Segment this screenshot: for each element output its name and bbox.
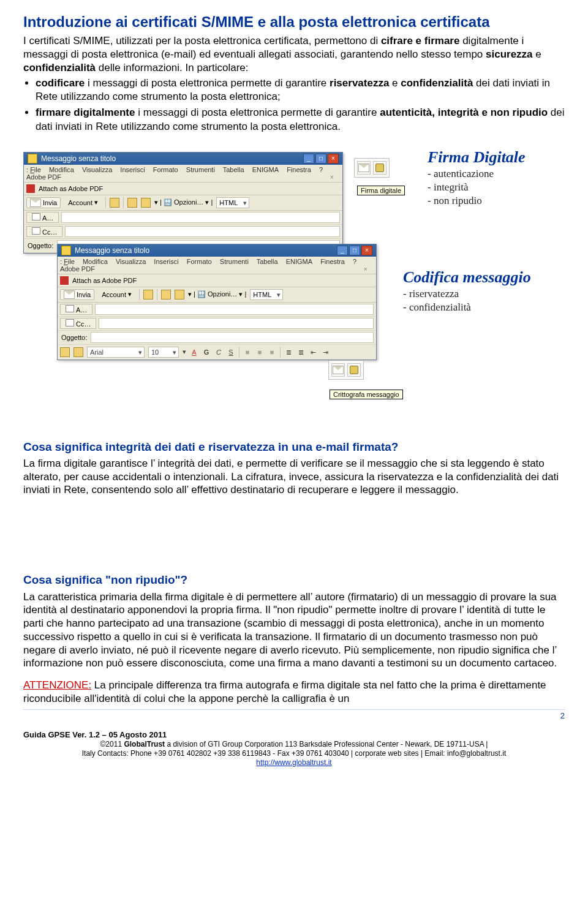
toolbar-pdf: Attach as Adobe PDF [58, 274, 376, 287]
cc-input[interactable] [99, 318, 374, 329]
b2-bold: firmare digitalmente [36, 107, 135, 118]
font-color-icon[interactable]: A [190, 348, 198, 356]
fontsize-dropdown[interactable]: 10 [148, 347, 179, 358]
invia-button[interactable]: Invia [60, 289, 94, 300]
account-label: Account [68, 199, 92, 206]
page-number: 2 [23, 709, 565, 720]
to-input[interactable] [61, 212, 340, 223]
menu-file[interactable]: : File [60, 258, 75, 265]
cc-button[interactable]: Cc… [26, 226, 62, 237]
b1-text: i messaggi di posta elettronica permette… [85, 77, 330, 89]
italic-icon[interactable]: C [214, 348, 223, 356]
menu-modifica[interactable]: Modifica [83, 258, 108, 265]
menu-file[interactable]: : File [26, 166, 41, 173]
menu-inserisci[interactable]: Inserisci [154, 258, 178, 265]
attach-pdf-button[interactable]: Attach as Adobe PDF [72, 277, 137, 284]
menu-visualizza[interactable]: Visualizza [82, 166, 112, 173]
toolbar-pdf: Attach as Adobe PDF [24, 183, 342, 195]
attach-pdf-button[interactable]: Attach as Adobe PDF [39, 185, 103, 192]
cc-button[interactable]: Cc… [60, 318, 96, 329]
encrypt-icon[interactable] [347, 363, 361, 377]
menu-tabella[interactable]: Tabella [257, 258, 278, 265]
window-buttons: _□× [336, 246, 372, 255]
pdf-icon [60, 276, 69, 285]
menu-help[interactable]: ? [353, 258, 356, 265]
menu-adobe[interactable]: Adobe PDF [26, 173, 61, 181]
to-button[interactable]: A… [26, 212, 59, 223]
list-icon[interactable]: ≣ [284, 348, 293, 356]
toolbar-icon[interactable] [110, 198, 119, 208]
sign-icon[interactable] [357, 161, 371, 175]
close-button[interactable]: × [361, 246, 372, 255]
account-button[interactable]: Account ▾ [98, 289, 135, 300]
format-dropdown[interactable]: HTML [250, 289, 283, 300]
toolbar-icon[interactable] [175, 290, 184, 300]
toolbar-icon[interactable] [127, 198, 137, 208]
menu-formato[interactable]: Formato [187, 258, 212, 265]
toolbar-icon[interactable] [141, 198, 151, 208]
menu-strumenti[interactable]: Strumenti [220, 258, 249, 265]
format-toolbar: Arial 10 ▾ A G C S ≡ ≡ ≡ ≣ ≣ ⇤ ⇥ [58, 345, 376, 360]
mail-window-1: Messaggio senza titolo _□× : File Modifi… [23, 152, 343, 254]
tooltip-crittografa: Crittografa messaggio [330, 390, 403, 399]
cc-row: Cc… [58, 317, 376, 331]
toolbar-icon[interactable] [161, 290, 171, 300]
account-label: Account [102, 291, 126, 298]
subject-input[interactable] [91, 332, 374, 343]
toolbar-icon[interactable] [74, 347, 83, 357]
menu-help[interactable]: ? [319, 166, 323, 173]
invia-button[interactable]: Invia [26, 197, 61, 208]
account-button[interactable]: Account ▾ [64, 197, 102, 208]
encrypt-icon[interactable] [373, 161, 386, 175]
menu-strumenti[interactable]: Strumenti [186, 166, 215, 173]
titlebar: Messaggio senza titolo _□× [58, 244, 376, 257]
list-icon[interactable]: ≣ [296, 348, 305, 356]
underline-icon[interactable]: S [227, 348, 235, 356]
align-icon[interactable]: ≡ [268, 348, 276, 356]
indent-icon[interactable]: ⇥ [321, 348, 330, 356]
subject-label: Oggetto: [60, 333, 88, 342]
menu-enigma[interactable]: ENIGMA [252, 166, 279, 173]
menu-visualizza[interactable]: Visualizza [116, 258, 146, 265]
maximize-button[interactable]: □ [315, 154, 326, 164]
font-dropdown[interactable]: Arial [87, 347, 145, 358]
menu-close-icon[interactable]: × [330, 173, 334, 181]
to-input[interactable] [95, 304, 374, 315]
menu-modifica[interactable]: Modifica [49, 166, 74, 173]
menu-tabella[interactable]: Tabella [223, 166, 244, 173]
figure-label-2: Codifica messaggio - riservatezza - conf… [403, 268, 531, 314]
bold-icon[interactable]: G [202, 348, 211, 356]
sign-icon[interactable] [331, 363, 345, 377]
to-button[interactable]: A… [60, 304, 92, 315]
attention-label: ATTENZIONE: [23, 679, 91, 691]
format-dropdown[interactable]: HTML [216, 197, 249, 208]
menubar: : File Modifica Visualizza Inserisci For… [24, 165, 342, 183]
menu-close-icon[interactable]: × [364, 265, 368, 273]
menu-finestra[interactable]: Finestra [320, 258, 345, 265]
footer: Guida GPSE Ver. 1.2 – 05 Agosto 2011 ©20… [0, 726, 588, 776]
subject-label: Oggetto: [26, 241, 55, 250]
menu-adobe[interactable]: Adobe PDF [60, 265, 95, 273]
window-buttons: _□× [302, 154, 339, 164]
mail-icon [61, 246, 71, 255]
toolbar-icon[interactable] [60, 347, 70, 357]
align-icon[interactable]: ≡ [243, 348, 252, 356]
b2-text: i messaggi di posta elettronica permette… [135, 107, 380, 118]
toolbar-icon[interactable] [143, 290, 153, 300]
menu-finestra[interactable]: Finestra [287, 166, 311, 173]
opzioni-button[interactable]: Opzioni… [174, 198, 203, 206]
indent-icon[interactable]: ⇤ [309, 348, 317, 356]
minimize-button[interactable]: _ [303, 154, 314, 164]
minimize-button[interactable]: _ [337, 246, 348, 255]
menu-inserisci[interactable]: Inserisci [120, 166, 145, 173]
intro-paragraph: I certificati S/MIME, utilizzati per la … [23, 34, 565, 74]
cc-input[interactable] [65, 226, 340, 237]
opzioni-button[interactable]: Opzioni… [208, 290, 237, 298]
footer-link[interactable]: http://www.globaltrust.it [256, 758, 331, 767]
maximize-button[interactable]: □ [349, 246, 360, 255]
close-button[interactable]: × [328, 154, 339, 164]
menu-enigma[interactable]: ENIGMA [286, 258, 312, 265]
label2-line: - riservatezza [403, 288, 531, 300]
menu-formato[interactable]: Formato [153, 166, 178, 173]
align-icon[interactable]: ≡ [255, 348, 264, 356]
